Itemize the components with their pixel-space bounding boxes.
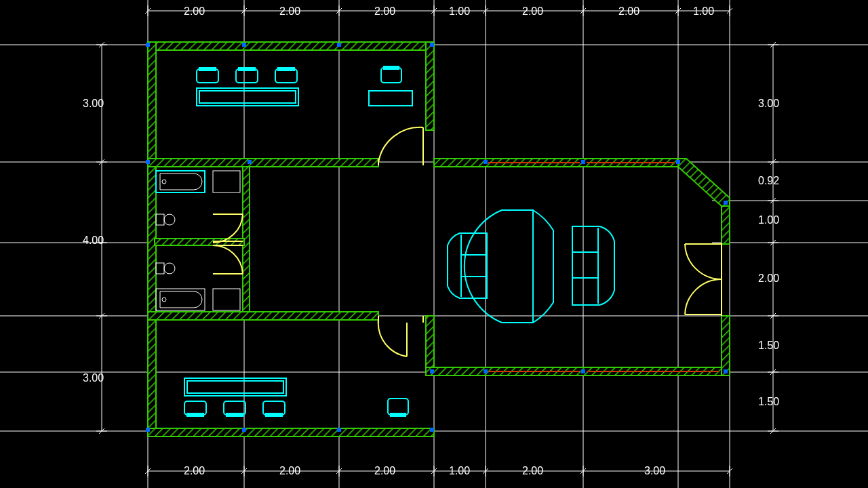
walls [148,42,730,436]
svg-rect-95 [484,160,488,164]
dimensions-right: 3.00 0.92 1.00 2.00 1.50 1.50 [758,42,779,434]
svg-rect-132 [213,171,240,192]
svg-rect-83 [148,312,378,320]
dimensions-top: 2.00 2.00 2.00 1.00 2.00 2.00 1.00 [145,5,732,17]
dim-label: 1.00 [449,465,470,476]
dim-label: 3.00 [644,465,665,476]
svg-rect-91 [337,43,341,47]
svg-rect-100 [242,428,246,432]
dim-label: 4.00 [83,235,104,246]
svg-rect-77 [148,428,434,436]
dim-label: 3.00 [83,372,104,384]
dim-label: 2.00 [618,5,639,17]
dim-label: 1.00 [758,214,779,226]
dim-label: 2.00 [522,465,543,476]
svg-rect-80 [148,159,378,167]
svg-point-131 [162,180,166,184]
svg-point-134 [164,214,175,225]
furniture-bath-2 [156,263,240,310]
dim-label: 2.00 [279,5,300,17]
floor-plan-drawing: 2.00 2.00 2.00 1.00 2.00 2.00 1.00 2.00 … [0,0,868,488]
svg-rect-98 [724,201,728,205]
svg-rect-84 [426,316,434,370]
svg-rect-141 [187,381,283,393]
windows [488,163,719,371]
svg-rect-75 [148,42,434,50]
svg-rect-106 [724,369,728,373]
dimensions-left: 3.00 4.00 3.00 [83,42,107,434]
svg-marker-88 [678,159,730,206]
dim-label: 1.50 [758,396,779,407]
dim-label: 3.00 [758,98,779,109]
dim-label: 1.00 [693,5,714,17]
dim-label: 3.00 [83,98,104,109]
furniture-top-room [197,66,412,106]
dim-label: 2.00 [758,272,779,284]
svg-rect-99 [146,428,150,432]
dim-label: 1.00 [449,5,470,17]
svg-rect-87 [722,201,730,244]
svg-point-138 [162,298,166,302]
svg-rect-92 [430,43,434,47]
svg-rect-94 [248,160,252,164]
svg-rect-102 [430,428,434,432]
svg-rect-128 [369,91,412,106]
svg-rect-135 [156,263,164,274]
svg-rect-133 [156,214,164,225]
svg-rect-145 [388,399,408,415]
svg-rect-96 [581,160,585,164]
dimensions-bottom: 2.00 2.00 2.00 1.00 2.00 3.00 [145,465,732,476]
svg-point-136 [164,263,175,274]
svg-rect-101 [337,428,341,432]
dim-label: 2.00 [184,5,205,17]
furniture-bottom-room [184,378,408,416]
dim-label: 2.00 [522,5,543,17]
dim-label: 0.92 [758,175,779,186]
svg-rect-97 [676,160,680,164]
dim-label: 1.50 [758,340,779,351]
dim-label: 2.00 [279,465,300,476]
svg-rect-78 [426,42,434,130]
svg-rect-124 [199,91,296,103]
svg-rect-105 [581,369,585,373]
furniture-living [448,210,614,323]
svg-rect-89 [146,43,150,47]
svg-rect-103 [430,369,434,373]
svg-rect-90 [242,43,246,47]
svg-rect-139 [213,289,240,310]
furniture-bath-1 [156,171,240,225]
dim-label: 2.00 [374,465,395,476]
svg-rect-104 [484,369,488,373]
svg-rect-93 [146,160,150,164]
dim-label: 2.00 [374,5,395,17]
svg-rect-86 [722,316,730,375]
dim-label: 2.00 [184,465,205,476]
svg-rect-129 [381,68,401,83]
